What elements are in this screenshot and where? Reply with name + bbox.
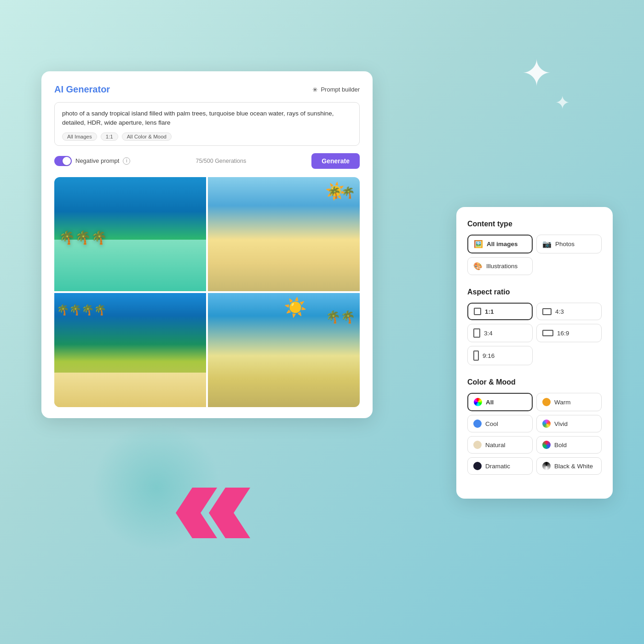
mood-vivid-label: Vivid <box>554 420 568 427</box>
photos-icon: 📷 <box>542 240 552 248</box>
mood-cool-dot <box>473 420 482 428</box>
negative-prompt-toggle[interactable] <box>54 156 72 166</box>
controls-row: Negative prompt i 75/500 Generations Gen… <box>54 153 360 169</box>
mood-bw-label: Black & White <box>554 463 593 470</box>
nine-sixteen-ratio-icon <box>473 351 479 361</box>
ratio-1-1-label: 1:1 <box>485 308 494 315</box>
prompt-builder-button[interactable]: ✳ Prompt builder <box>312 86 360 93</box>
color-mood-options: All Warm Cool Vivid Natural Bold Dramati… <box>467 393 602 475</box>
ratio-3-4[interactable]: 3:4 <box>467 324 533 342</box>
mood-bold-label: Bold <box>554 442 567 448</box>
mood-all[interactable]: All <box>467 393 533 411</box>
sparkle-small-icon: ✦ <box>555 92 570 113</box>
generate-button[interactable]: Generate <box>311 153 360 169</box>
prompt-text: photo of a sandy tropical island filled … <box>62 109 352 128</box>
content-type-all-images[interactable]: 🖼️ All images <box>467 235 533 253</box>
mood-natural-dot <box>473 441 482 449</box>
tag-ratio[interactable]: 1:1 <box>101 132 118 141</box>
ratio-9-16[interactable]: 9:16 <box>467 346 533 365</box>
generations-text: 75/500 Generations <box>196 158 246 164</box>
all-images-icon: 🖼️ <box>474 240 483 248</box>
ratio-1-1[interactable]: 1:1 <box>467 303 533 320</box>
image-grid <box>54 177 360 407</box>
chevron-2 <box>209 488 250 538</box>
illustrations-label: Illustrations <box>486 263 518 270</box>
mood-dramatic-label: Dramatic <box>485 463 510 470</box>
mood-vivid[interactable]: Vivid <box>536 415 602 432</box>
mood-warm-label: Warm <box>554 399 571 406</box>
ratio-4-3[interactable]: 4:3 <box>536 303 602 320</box>
square-ratio-icon <box>474 308 481 315</box>
ratio-16-9-label: 16:9 <box>557 330 569 337</box>
content-type-title: Content type <box>467 220 602 228</box>
mood-natural-label: Natural <box>485 442 506 448</box>
prompt-builder-icon: ✳ <box>312 86 318 93</box>
content-type-illustrations[interactable]: 🎨 Illustrations <box>467 257 533 275</box>
mood-cool-label: Cool <box>485 420 498 427</box>
ratio-4-3-label: 4:3 <box>555 308 564 315</box>
mood-natural[interactable]: Natural <box>467 436 533 454</box>
content-type-options: 🖼️ All images 📷 Photos 🎨 Illustrations <box>467 235 602 275</box>
mood-dramatic[interactable]: Dramatic <box>467 457 533 475</box>
info-icon[interactable]: i <box>123 157 130 165</box>
mood-dramatic-dot <box>473 462 482 470</box>
generator-card: AI Generator ✳ Prompt builder photo of a… <box>41 71 373 418</box>
tag-color-mood[interactable]: All Color & Mood <box>122 132 172 141</box>
grid-image-4 <box>208 293 360 407</box>
mood-cool[interactable]: Cool <box>467 415 533 432</box>
sparkle-large-icon: ✦ <box>521 55 552 92</box>
card-title: AI Generator <box>54 84 110 95</box>
all-images-label: All images <box>487 241 518 247</box>
illustrations-icon: 🎨 <box>473 262 483 270</box>
aspect-ratio-options: 1:1 4:3 3:4 16:9 9:16 <box>467 303 602 365</box>
mood-warm[interactable]: Warm <box>536 393 602 411</box>
mood-bold[interactable]: Bold <box>536 436 602 454</box>
card-header: AI Generator ✳ Prompt builder <box>54 84 360 95</box>
sixteen-nine-ratio-icon <box>542 330 553 336</box>
mood-black-white[interactable]: Black & White <box>536 457 602 475</box>
mood-all-label: All <box>486 399 494 406</box>
prompt-builder-label: Prompt builder <box>321 86 360 93</box>
negative-prompt-label: Negative prompt <box>75 157 119 164</box>
color-mood-title: Color & Mood <box>467 378 602 386</box>
photos-label: Photos <box>555 241 575 247</box>
mood-bw-dot <box>542 462 551 470</box>
toggle-knob <box>63 157 71 165</box>
tag-all-images[interactable]: All Images <box>62 132 97 141</box>
ratio-16-9[interactable]: 16:9 <box>536 324 602 342</box>
mood-all-dot <box>474 398 482 406</box>
grid-image-2 <box>208 177 360 291</box>
ratio-3-4-label: 3:4 <box>484 330 493 337</box>
negative-prompt-group: Negative prompt i <box>54 156 130 166</box>
panel-card: Content type 🖼️ All images 📷 Photos 🎨 Il… <box>456 207 613 499</box>
aspect-ratio-title: Aspect ratio <box>467 288 602 296</box>
four-three-ratio-icon <box>542 308 552 315</box>
prompt-box: photo of a sandy tropical island filled … <box>54 102 360 146</box>
grid-image-1 <box>54 177 206 291</box>
decorative-chevrons <box>184 488 250 538</box>
mood-vivid-dot <box>542 420 551 428</box>
three-four-ratio-icon <box>473 328 480 338</box>
ratio-9-16-label: 9:16 <box>483 352 494 359</box>
prompt-tags: All Images 1:1 All Color & Mood <box>62 132 352 141</box>
grid-image-3 <box>54 293 206 407</box>
mood-bold-dot <box>542 441 551 449</box>
content-type-photos[interactable]: 📷 Photos <box>536 235 602 253</box>
mood-warm-dot <box>542 398 551 406</box>
